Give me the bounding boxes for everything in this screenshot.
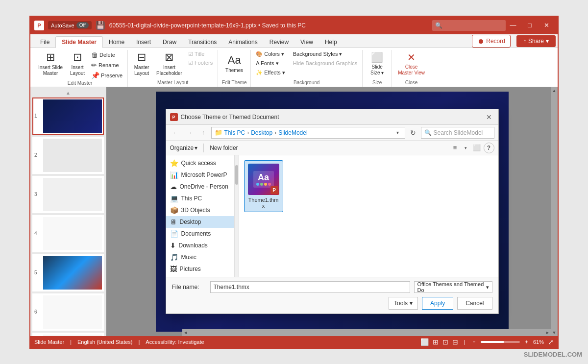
breadcrumb-dropdown[interactable]: ▾ [394,129,402,137]
sidebar-item-documents[interactable]: 📄 Documents [166,228,234,240]
status-bar-right: ⬜ ⊞ ⊡ ⊟ | － ＋ 61% ⤢ [420,338,554,346]
sidebar-item-microsoft-powerpoint[interactable]: 📊 Microsoft PowerP [166,169,234,181]
sidebar-item-desktop[interactable]: 🖥 Desktop [166,216,234,228]
view-dropdown[interactable]: ▾ [462,142,470,154]
breadcrumb-slidemodel[interactable]: SlideModel [278,129,307,136]
themes-button[interactable]: Aa Themes [221,50,247,77]
zoom-in-icon[interactable]: ＋ [524,338,529,345]
tab-transitions[interactable]: Transitions [182,37,222,48]
view-icon-normal[interactable]: ⬜ [420,338,429,346]
nav-up-button[interactable]: ↑ [197,127,209,139]
tools-dropdown-icon: ▾ [410,300,413,307]
ribbon-group-edit-theme: Aa Themes Edit Theme [218,50,251,87]
title-checkbox[interactable]: ☑ Title [186,50,215,58]
master-layout-button[interactable]: ⊟ MasterLayout [131,50,152,77]
apply-button[interactable]: Apply [422,297,453,310]
tab-help[interactable]: Help [319,37,343,48]
slide-size-button[interactable]: ⬜ SlideSize ▾ [367,50,388,77]
view-buttons: ≡ ▾ ⬜ ? [449,142,494,154]
nav-forward-button[interactable]: → [184,127,196,139]
help-button[interactable]: ? [484,143,494,153]
view-icon-reading[interactable]: ⊡ [442,338,448,346]
preview-toggle-button[interactable]: ⬜ [471,142,483,154]
rename-icon: ✏ [91,61,97,69]
insert-layout-button[interactable]: ⊡ InsertLayout [67,50,88,77]
slide-thumb-6[interactable]: 6 [32,293,104,331]
cancel-button[interactable]: Cancel [457,297,492,310]
delete-button[interactable]: 🗑Delete [89,50,124,60]
record-button[interactable]: ⏺ Record [472,35,511,48]
insert-placeholder-button[interactable]: ⊠ InsertPlaceholder [153,50,185,77]
slide-thumb-7[interactable]: 7 [32,333,104,336]
view-icon-presenter[interactable]: ⊟ [452,338,458,346]
sidebar-item-music[interactable]: 🎵 Music [166,251,234,263]
canvas-area: P Choose Theme or Themed Document ✕ ← → … [106,87,558,336]
language-label[interactable]: English (United States) [77,339,133,345]
filetype-dropdown[interactable]: Office Themes and Themed Do ▾ [414,281,492,293]
tab-insert[interactable]: Insert [130,37,157,48]
share-button[interactable]: ↑ Share ▾ [516,35,556,47]
autosave-label: AutoSave [51,23,74,28]
tab-file[interactable]: File [34,37,55,48]
tab-draw[interactable]: Draw [157,37,182,48]
tab-home[interactable]: Home [103,37,130,48]
tab-view[interactable]: View [294,37,319,48]
ribbon-bar: ⊞ Insert SlideMaster ⊡ InsertLayout 🗑Del… [30,48,558,87]
sidebar-item-3d-objects[interactable]: 📦 3D Objects [166,204,234,216]
filename-input[interactable] [210,281,410,293]
tools-button[interactable]: Tools ▾ [389,297,418,310]
close-master-view-button[interactable]: ✕ CloseMaster View [395,50,428,77]
accessibility-label[interactable]: Accessibility: Investigate [146,339,204,345]
autosave-toggle[interactable]: Off [76,22,89,28]
refresh-button[interactable]: ↻ [407,127,419,139]
breadcrumb-desktop[interactable]: Desktop [251,129,272,136]
slide-thumb-2[interactable]: 2 [32,137,104,174]
close-button[interactable]: ✕ [539,18,554,33]
window-title: 60555-01-digital-divide-powerpoint-templ… [109,22,306,29]
breadcrumb-this-pc[interactable]: This PC [224,129,245,136]
nav-back-button[interactable]: ← [170,127,182,139]
sidebar-item-quick-access[interactable]: ⭐ Quick access [166,157,234,169]
sidebar-scrollbar-thumb [235,165,238,185]
tab-animations[interactable]: Animations [222,37,263,48]
sidebar-item-onedrive[interactable]: ☁ OneDrive - Person [166,181,234,193]
rename-button[interactable]: ✏Rename [89,60,124,70]
footers-checkbox[interactable]: ☑ Footers [186,59,215,67]
zoom-slider[interactable] [481,341,520,343]
dialog-body: ⭐ Quick access 📊 Microsoft PowerP ☁ OneD… [166,155,498,277]
slide-thumb-4[interactable]: 4 [32,215,104,252]
preserve-button[interactable]: 📌Preserve [89,71,124,80]
insert-slide-master-button[interactable]: ⊞ Insert SlideMaster [35,50,66,77]
list-view-button[interactable]: ≡ [449,142,461,154]
zoom-level[interactable]: 61% [533,339,544,345]
view-icon-grid[interactable]: ⊞ [433,338,439,346]
minimize-button[interactable]: — [506,18,520,33]
zoom-out-icon[interactable]: － [471,338,477,345]
sidebar-item-this-pc[interactable]: 💻 This PC [166,193,234,204]
slide-thumb-5[interactable]: 5 [32,254,104,291]
slide-thumb-1[interactable]: 1 [32,97,104,135]
dialog-files: Aa P [239,155,498,277]
zoom-progress [481,341,504,343]
effects-button[interactable]: ✨ Effects ▾ [254,69,287,77]
title-search-input[interactable] [432,20,506,31]
dialog-search-box[interactable]: 🔍 Search SlideModel [421,127,494,139]
dialog-close-button[interactable]: ✕ [484,112,494,122]
tab-slide-master[interactable]: Slide Master [55,36,103,48]
file-item-theme1[interactable]: Aa P [244,160,283,212]
fit-to-window-icon[interactable]: ⤢ [548,338,554,346]
slide-thumb-3[interactable]: 3 [32,176,104,213]
status-separator-1: | [70,339,72,345]
hide-background-button[interactable]: Hide Background Graphics [291,59,359,67]
sidebar-item-pictures[interactable]: 🖼 Pictures [166,263,234,275]
new-folder-button[interactable]: New folder [210,145,238,151]
maximize-button[interactable]: □ [522,18,537,33]
fonts-button[interactable]: A Fonts ▾ [254,59,287,68]
background-styles-button[interactable]: Background Styles ▾ [291,50,359,58]
tab-review[interactable]: Review [264,37,294,48]
organize-button[interactable]: Organize ▾ [170,145,198,151]
colors-button[interactable]: 🎨 Colors ▾ [254,50,287,58]
onedrive-icon: ☁ [170,183,177,191]
sidebar-scrollbar[interactable] [235,155,239,277]
sidebar-item-downloads[interactable]: ⬇ Downloads [166,240,234,251]
